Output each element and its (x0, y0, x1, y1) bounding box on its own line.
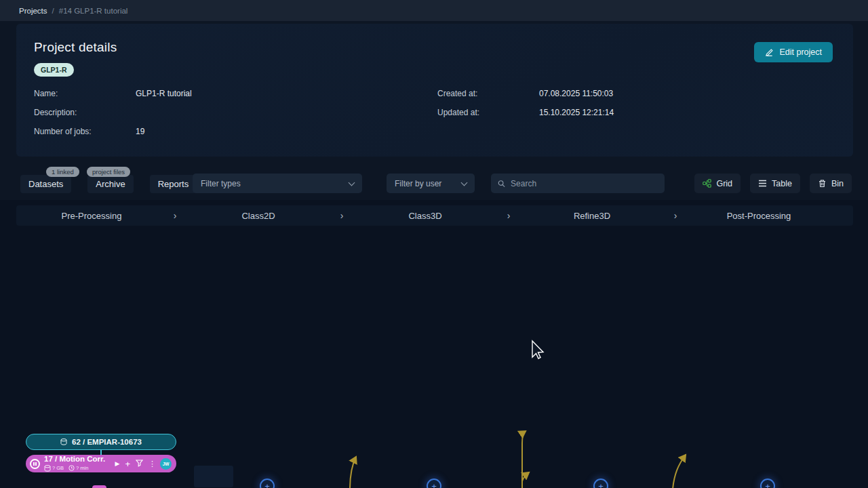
board-cell: + (684, 430, 850, 488)
dataset-card[interactable]: 62 / EMPIAR-10673 (26, 434, 176, 450)
page-title: Project details (34, 40, 117, 55)
top-bar: Projects / #14 GLP1-R tutorial (0, 0, 868, 21)
stage-header-class3d: Class3D (350, 211, 500, 221)
breadcrumb-separator: / (52, 7, 54, 15)
field-value: 19 (136, 127, 144, 136)
project-tag-badge: GLP1-R (34, 63, 74, 77)
add-job-button[interactable]: + (260, 479, 275, 488)
chevron-down-icon (461, 179, 468, 186)
play-icon[interactable]: ▶ (115, 461, 119, 467)
project-field: Number of jobs:19 (34, 127, 144, 136)
field-label: Created at: (437, 89, 539, 98)
job-info: 17 / Motion Corr.? GB? min (44, 455, 111, 472)
search-icon (498, 180, 505, 188)
add-job-button[interactable]: + (427, 479, 441, 488)
stage-chevron-icon: › (334, 210, 350, 221)
tab-datasets[interactable]: Datasets (20, 175, 71, 193)
stage-chevron-icon: › (667, 210, 684, 221)
field-value: 07.08.2025 11:50:03 (539, 89, 613, 98)
table-view-label: Table (772, 179, 792, 188)
field-label: Number of jobs: (34, 127, 136, 136)
board-cell: + (350, 430, 517, 488)
job-actions: ▶+⋮ (115, 460, 156, 468)
breadcrumb-projects-link[interactable]: Projects (19, 7, 47, 15)
board-cell: 62 / EMPIAR-1067317 / Motion Corr.? GB? … (16, 430, 183, 488)
add-job-button[interactable]: + (593, 479, 608, 488)
job-meta: ? GB? min (44, 465, 111, 472)
field-label: Description: (34, 108, 136, 117)
view-buttons: GridTableBin (694, 174, 852, 193)
grid-icon (703, 179, 711, 188)
project-details-panel: Project details GLP1-R Name:GLP1-R tutor… (16, 24, 853, 157)
filter-user-value: Filter by user (395, 179, 441, 188)
table-icon (758, 179, 767, 188)
stage-chevron-icon: › (167, 210, 183, 221)
table-view-button[interactable]: Table (750, 174, 800, 193)
tab-count-badge: 1 linked (46, 167, 79, 177)
add-job-button[interactable]: + (760, 479, 775, 488)
stage-header-post-processing: Post-Processing (684, 211, 834, 221)
workflow-board: Pre-Processing›Class2D›Class3D›Refine3D›… (0, 200, 868, 488)
bin-view-label: Bin (831, 179, 844, 188)
notes-icon[interactable] (92, 485, 106, 488)
dataset-title: 62 / EMPIAR-10673 (72, 438, 142, 446)
stage-header-class2d: Class2D (183, 211, 334, 221)
search-input[interactable] (511, 179, 658, 188)
field-label: Updated at: (437, 108, 539, 117)
bin-icon (818, 179, 827, 188)
job-title: 17 / Motion Corr. (44, 455, 111, 464)
pause-bar (35, 462, 37, 466)
filter-branch-icon[interactable] (136, 460, 143, 468)
edit-project-label: Edit project (779, 47, 822, 57)
stage-chevron-icon: › (500, 210, 517, 221)
more-options-icon[interactable]: ⋮ (149, 460, 156, 468)
user-avatar[interactable]: JW (160, 458, 172, 470)
project-field: Name:GLP1-R tutorial (34, 89, 192, 98)
stage-header-pre-processing: Pre-Processing (16, 211, 167, 221)
field-value: 15.10.2025 12:21:14 (539, 108, 614, 117)
tabs-row: DatasetsArchiveReports (20, 175, 197, 193)
funnel-icon (136, 460, 143, 467)
job-runtime: ? min (68, 465, 88, 471)
job-card[interactable]: 17 / Motion Corr.? GB? min▶+⋮JW (26, 455, 176, 472)
tab-archive[interactable]: Archive (87, 175, 133, 193)
storage-icon (44, 465, 51, 472)
grid-view-label: Grid (716, 179, 732, 188)
add-child-job-icon[interactable]: + (125, 460, 130, 468)
grid-view-button[interactable]: Grid (694, 174, 741, 193)
project-field: Created at:07.08.2025 11:50:03 (437, 89, 613, 98)
search-box (491, 174, 665, 193)
pencil-icon (765, 48, 774, 57)
clock-icon (68, 465, 75, 471)
workflow-stage-headers: Pre-Processing›Class2D›Class3D›Refine3D›… (16, 205, 853, 226)
project-field: Description: (34, 108, 136, 117)
filter-types-value: Filter types (201, 179, 241, 188)
field-value: GLP1-R tutorial (136, 89, 192, 98)
filter-types-select[interactable]: Filter types (193, 174, 362, 193)
field-label: Name: (34, 89, 136, 98)
board-cell: + (183, 430, 350, 488)
stage-header-refine3d: Refine3D (517, 211, 667, 221)
board-cell: + (517, 430, 684, 488)
project-field: Updated at:15.10.2025 12:21:14 (437, 108, 614, 117)
breadcrumb-current: #14 GLP1-R tutorial (59, 7, 128, 15)
tab-reports[interactable]: Reports (150, 175, 197, 193)
edit-project-button[interactable]: Edit project (754, 42, 833, 62)
tab-count-badge: project files (87, 167, 130, 177)
database-icon (60, 439, 67, 445)
chevron-down-icon (349, 179, 355, 186)
pause-bar (33, 462, 35, 466)
bin-view-button[interactable]: Bin (810, 174, 852, 193)
job-status-paused-icon (30, 459, 40, 469)
job-size: ? GB (44, 465, 64, 472)
filter-by-user-select[interactable]: Filter by user (387, 174, 475, 193)
